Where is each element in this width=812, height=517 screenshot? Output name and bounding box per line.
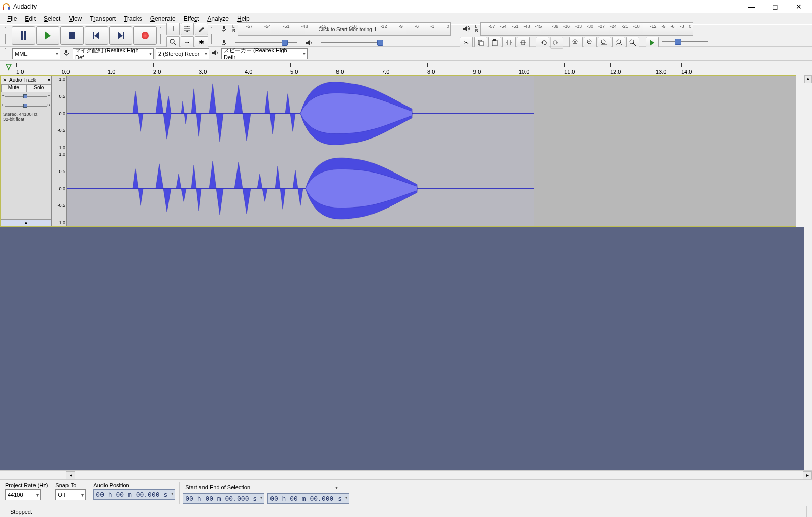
- status-bar: Stopped.: [0, 506, 812, 517]
- playback-speed-slider[interactable]: [660, 37, 710, 47]
- empty-track-area[interactable]: [0, 227, 812, 470]
- svg-rect-14: [493, 39, 496, 41]
- svg-rect-13: [492, 40, 497, 46]
- menu-analyze[interactable]: Analyze: [204, 14, 232, 23]
- skip-end-button[interactable]: [109, 26, 132, 45]
- ruler-tick: 7.0: [382, 68, 389, 75]
- track-gain-slider[interactable]: −+: [1, 92, 51, 101]
- svg-rect-12: [480, 41, 483, 46]
- mic-icon: [217, 23, 230, 35]
- menu-view[interactable]: View: [65, 14, 85, 23]
- recording-channels-dropdown[interactable]: 2 (Stereo) Recor: [156, 48, 209, 59]
- menu-help[interactable]: Help: [234, 14, 253, 23]
- svg-line-23: [591, 43, 593, 46]
- menu-effect[interactable]: Effect: [181, 14, 202, 23]
- menu-transport[interactable]: Transport: [87, 14, 119, 23]
- playback-device-dropdown[interactable]: スピーカー (Realtek High Defir: [221, 48, 308, 59]
- pin-icon[interactable]: [5, 63, 12, 71]
- record-button[interactable]: [133, 26, 157, 45]
- timeline-ruler[interactable]: 1.00.01.02.03.04.05.06.07.08.09.010.011.…: [0, 61, 812, 75]
- ruler-tick: 5.0: [290, 68, 298, 75]
- waveform-area[interactable]: [67, 76, 796, 226]
- audio-position-label: Audio Position: [93, 482, 175, 488]
- solo-button[interactable]: Solo: [26, 84, 52, 92]
- audio-position-field[interactable]: 00 h 00 m 00.000 s: [93, 489, 175, 500]
- svg-line-5: [174, 43, 176, 45]
- tools-toolbar: I ↔ ✱: [166, 23, 208, 48]
- ruler-tick: 13.0: [656, 68, 666, 75]
- track-area: ✕ Audio Track▾ Mute Solo −+ LR Stereo, 4…: [0, 75, 796, 227]
- ruler-tick: 11.0: [564, 68, 575, 75]
- project-rate-dropdown[interactable]: 44100: [5, 489, 41, 500]
- redo-button[interactable]: [550, 37, 563, 49]
- selection-mode-dropdown[interactable]: Start and End of Selection: [183, 482, 340, 492]
- ruler-tick: 9.0: [473, 68, 481, 75]
- playback-volume-slider[interactable]: [319, 38, 385, 48]
- svg-point-4: [170, 39, 174, 43]
- svg-point-27: [630, 40, 634, 44]
- status-state: Stopped.: [5, 506, 38, 517]
- rec-lr-label: LR: [232, 25, 235, 33]
- audio-host-dropdown[interactable]: MME: [12, 48, 60, 59]
- ruler-tick: 8.0: [427, 68, 435, 75]
- selection-end-field[interactable]: 00 h 00 m 00.000 s: [267, 493, 349, 504]
- envelope-tool-button[interactable]: [181, 23, 194, 35]
- track-menu-button[interactable]: Audio Track▾: [8, 77, 51, 83]
- svg-marker-10: [463, 26, 467, 31]
- svg-rect-29: [65, 50, 67, 53]
- selection-start-field[interactable]: 00 h 00 m 00.000 s: [183, 493, 264, 504]
- menu-tracks[interactable]: Tracks: [121, 14, 145, 23]
- svg-point-26: [617, 40, 621, 44]
- track-close-button[interactable]: ✕: [1, 77, 8, 83]
- menu-edit[interactable]: Edit: [22, 14, 39, 23]
- ruler-tick: 12.0: [610, 68, 621, 75]
- snap-to-dropdown[interactable]: Off: [55, 489, 86, 500]
- mute-button[interactable]: Mute: [1, 84, 26, 92]
- selection-toolbar: Project Rate (Hz) 44100 Snap-To Off Audi…: [0, 479, 812, 506]
- track-control-panel: ✕ Audio Track▾ Mute Solo −+ LR Stereo, 4…: [1, 76, 52, 226]
- ruler-tick: 3.0: [199, 68, 207, 75]
- menu-select[interactable]: Select: [41, 14, 63, 23]
- snap-to-label: Snap-To: [55, 482, 86, 488]
- recording-volume-slider[interactable]: [233, 38, 299, 48]
- selection-tool-button[interactable]: I: [166, 23, 180, 35]
- mic-device-icon: [62, 49, 71, 58]
- ruler-tick: 1.0: [108, 68, 115, 75]
- menu-generate[interactable]: Generate: [147, 14, 179, 23]
- svg-line-19: [577, 43, 579, 46]
- window-maximize-icon[interactable]: ◻: [768, 3, 783, 11]
- skip-start-button[interactable]: [85, 26, 108, 45]
- svg-rect-8: [223, 40, 225, 43]
- ruler-tick: 4.0: [245, 68, 252, 75]
- recording-device-dropdown[interactable]: マイク配列 (Realtek High Def: [73, 48, 154, 59]
- menu-file[interactable]: File: [4, 14, 20, 23]
- track-format-label: Stereo, 44100Hz32-bit float: [1, 111, 51, 123]
- track-pan-slider[interactable]: LR: [1, 101, 51, 111]
- recording-meter[interactable]: -57-54-51-48-45 Click to Start Monitorin…: [238, 22, 451, 36]
- svg-rect-1: [8, 7, 10, 10]
- vertical-scale: 1.00.50.0-0.5-1.0 1.00.50.0-0.5-1.0: [52, 76, 67, 226]
- vertical-scrollbar[interactable]: ▴: [804, 75, 812, 227]
- speaker-device-icon: [211, 49, 219, 58]
- horizontal-scrollbar[interactable]: ◂ ▸: [0, 470, 812, 479]
- ruler-tick: 2.0: [153, 68, 161, 75]
- project-rate-label: Project Rate (Hz): [5, 482, 48, 488]
- pause-button[interactable]: [12, 26, 35, 45]
- svg-marker-32: [6, 64, 11, 70]
- ruler-tick: 6.0: [336, 68, 344, 75]
- draw-tool-button[interactable]: [195, 23, 208, 35]
- play-button[interactable]: [36, 26, 59, 45]
- window-minimize-icon[interactable]: —: [744, 3, 759, 11]
- transport-toolbar: I ↔ ✱ LR -57-54-51-48-45 Click to Start …: [0, 24, 812, 47]
- svg-marker-9: [306, 40, 310, 45]
- svg-rect-6: [223, 26, 225, 29]
- svg-line-28: [633, 43, 636, 46]
- track-collapse-button[interactable]: ▲: [1, 219, 51, 226]
- speaker-icon: [460, 23, 473, 35]
- ruler-tick: 14.0: [681, 68, 692, 75]
- window-close-icon[interactable]: ✕: [792, 3, 806, 11]
- play-lr-label: LR: [475, 25, 478, 33]
- playback-meter[interactable]: -57-54-51-48-45-39-36-33-30-27-24-21-18-…: [480, 22, 693, 36]
- svg-marker-31: [212, 50, 216, 55]
- stop-button[interactable]: [60, 26, 84, 45]
